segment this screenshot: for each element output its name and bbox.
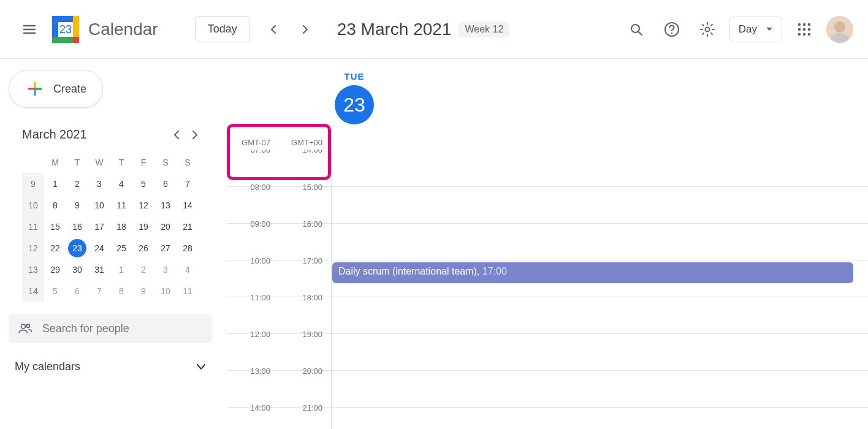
mini-day[interactable]: 11 (177, 280, 199, 302)
caret-down-icon (766, 27, 773, 32)
mini-day[interactable]: 28 (177, 237, 199, 259)
create-label: Create (53, 83, 86, 96)
mini-day[interactable]: 14 (177, 194, 199, 216)
mini-week-number: 10 (22, 194, 44, 216)
mini-day[interactable]: 17 (88, 216, 110, 237)
hour-cell[interactable] (331, 408, 868, 429)
time-tz2: 14:00 (279, 150, 331, 181)
svg-point-15 (803, 28, 806, 31)
time-tz2: 21:00 (279, 402, 331, 429)
mini-day[interactable]: 4 (177, 259, 199, 280)
mini-day[interactable]: 10 (154, 280, 177, 302)
day-label[interactable]: TUE 23 (335, 71, 374, 150)
time-tz2: 15:00 (279, 181, 331, 218)
my-calendars-toggle[interactable]: My calendars (9, 360, 212, 373)
date-title: 23 March 2021 (337, 20, 452, 39)
mini-next-button[interactable] (191, 131, 199, 139)
mini-day[interactable]: 7 (177, 173, 199, 194)
tz1-label: GMT-07 (227, 138, 279, 147)
mini-day[interactable]: 10 (88, 194, 110, 216)
mini-day[interactable]: 2 (66, 173, 88, 194)
mini-day[interactable]: 26 (132, 237, 154, 259)
mini-day[interactable]: 5 (132, 173, 154, 194)
mini-day[interactable]: 25 (110, 237, 132, 259)
mini-day[interactable]: 13 (154, 194, 177, 216)
hour-row: 07:0014:00 (227, 150, 868, 186)
time-tz2: 16:00 (279, 218, 331, 254)
mini-day[interactable]: 7 (88, 280, 110, 302)
mini-day[interactable]: 1 (110, 259, 132, 280)
mini-day[interactable]: 5 (44, 280, 66, 302)
sidebar: Create March 2021 MTWTFSS912345671089101… (0, 59, 227, 429)
mini-day[interactable]: 20 (154, 216, 177, 237)
search-button[interactable] (623, 16, 650, 43)
help-button[interactable] (658, 16, 685, 43)
hour-cell[interactable] (331, 187, 868, 223)
mini-day[interactable]: 3 (154, 259, 177, 280)
chevron-down-icon (196, 363, 206, 371)
mini-day[interactable]: 6 (154, 173, 177, 194)
user-avatar[interactable] (826, 16, 853, 43)
mini-day[interactable]: 18 (110, 216, 132, 237)
mini-day[interactable]: 6 (66, 280, 88, 302)
chevron-right-icon (300, 25, 310, 34)
people-search[interactable] (9, 314, 212, 343)
svg-text:23: 23 (59, 23, 72, 36)
mini-day[interactable]: 1 (44, 173, 66, 194)
hour-cell[interactable] (331, 334, 868, 370)
mini-day[interactable]: 9 (132, 280, 154, 302)
mini-day[interactable]: 31 (88, 259, 110, 280)
today-button[interactable]: Today (195, 16, 250, 42)
mini-day[interactable]: 27 (154, 237, 177, 259)
header-right: Day (623, 16, 853, 43)
apps-button[interactable] (791, 16, 818, 43)
mini-day[interactable]: 23 (68, 239, 86, 257)
mini-day[interactable]: 9 (66, 194, 88, 216)
hour-cell[interactable] (331, 150, 868, 186)
svg-point-16 (808, 28, 811, 31)
mini-day[interactable]: 29 (44, 259, 66, 280)
mini-day[interactable]: 15 (44, 216, 66, 237)
header: 23 Calendar Today 23 March 2021 Week 12 … (0, 0, 868, 59)
mini-prev-button[interactable] (173, 131, 180, 139)
hour-cell[interactable] (331, 297, 868, 333)
next-day-button[interactable] (293, 17, 318, 42)
svg-point-14 (798, 28, 801, 31)
mini-day[interactable]: 3 (88, 173, 110, 194)
plus-icon (25, 79, 45, 99)
day-number: 23 (335, 85, 374, 124)
settings-button[interactable] (694, 16, 721, 43)
mini-day[interactable]: 24 (88, 237, 110, 259)
mini-dow: T (110, 151, 132, 173)
mini-day[interactable]: 21 (177, 216, 199, 237)
svg-point-13 (808, 23, 811, 26)
mini-calendar-title: March 2021 (22, 127, 87, 142)
mini-day[interactable]: 30 (66, 259, 88, 280)
people-search-input[interactable] (42, 322, 202, 335)
prev-day-button[interactable] (261, 17, 286, 42)
mini-day[interactable]: 8 (44, 194, 66, 216)
mini-day[interactable]: 2 (132, 259, 154, 280)
mini-dow: S (177, 151, 199, 173)
mini-day[interactable]: 8 (110, 280, 132, 302)
mini-day[interactable]: 16 (66, 216, 88, 237)
hour-cell[interactable] (331, 224, 868, 260)
day-of-week: TUE (345, 71, 365, 82)
event-daily-scrum[interactable]: Daily scrum (international team), 17:00 (332, 262, 853, 283)
time-tz2: 20:00 (279, 365, 331, 401)
create-button[interactable]: Create (9, 70, 103, 108)
mini-day[interactable]: 22 (44, 237, 66, 259)
mini-day[interactable]: 19 (132, 216, 154, 237)
mini-day[interactable]: 11 (110, 194, 132, 216)
time-tz2: 19:00 (279, 328, 331, 365)
svg-point-19 (808, 32, 811, 36)
svg-point-18 (803, 32, 806, 36)
mini-day[interactable]: 12 (132, 194, 154, 216)
hamburger-menu-button[interactable] (15, 15, 44, 44)
time-tz1: 13:00 (227, 365, 279, 401)
hour-cell[interactable] (331, 371, 868, 407)
mini-week-number: 14 (22, 280, 44, 302)
view-selector-button[interactable]: Day (729, 17, 782, 42)
grid-body[interactable]: 07:0014:0008:0015:0009:0016:0010:0017:00… (227, 150, 868, 429)
mini-day[interactable]: 4 (110, 173, 132, 194)
